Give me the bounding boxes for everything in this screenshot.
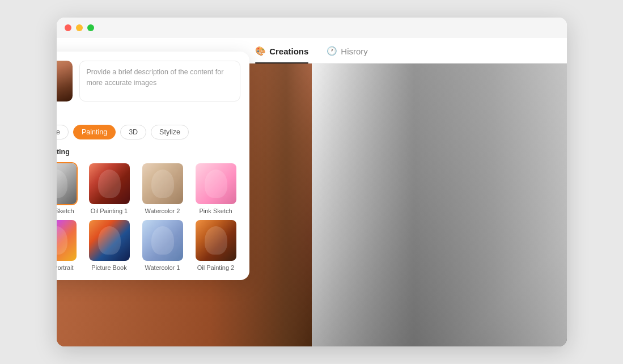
style-thumb-oil-painting-2 xyxy=(194,219,238,262)
floating-panel: Provide a brief description of the conte… xyxy=(57,64,249,280)
input-row: Provide a brief description of the conte… xyxy=(57,64,240,101)
style-thumb-watercolor-1 xyxy=(141,219,184,262)
style-item-fluid-portrait[interactable]: Fluid Portrait xyxy=(57,219,80,271)
minimize-button[interactable] xyxy=(76,24,83,31)
style-name-fluid-portrait: Fluid Portrait xyxy=(57,264,74,271)
history-label: Hisrory xyxy=(341,46,368,56)
close-button[interactable] xyxy=(65,24,71,31)
style-section-label: Style xyxy=(57,111,240,119)
description-placeholder: Provide a brief description of the conte… xyxy=(87,67,233,88)
style-tabs: Anime Painting 3D Stylize xyxy=(57,125,240,139)
titlebar xyxy=(57,18,567,38)
painting-label: Painting xyxy=(57,148,70,156)
thumb-mono-sketch xyxy=(57,163,77,204)
preview-face xyxy=(57,64,73,101)
thumb-oil-painting-1 xyxy=(89,163,130,204)
creations-label: Creations xyxy=(269,46,308,56)
style-item-watercolor-1[interactable]: Watercolor 1 xyxy=(138,219,187,271)
history-icon: 🕐 xyxy=(327,46,337,56)
style-thumb-pink-sketch xyxy=(194,162,238,205)
thumb-fluid-portrait xyxy=(57,220,77,261)
thumb-watercolor-2 xyxy=(142,163,183,204)
style-thumb-picture-book xyxy=(88,219,131,262)
style-name-oil-painting-1: Oil Painting 1 xyxy=(91,208,128,214)
browser-window: 🎨 Creations 🕐 Hisrory xyxy=(57,18,567,346)
style-name-watercolor-1: Watercolor 1 xyxy=(145,264,180,271)
painting-subheader: ✦ Painting xyxy=(57,147,240,156)
style-item-oil-painting-2[interactable]: Oil Painting 2 xyxy=(192,219,240,271)
tab-history[interactable]: 🕐 Hisrory xyxy=(327,46,368,63)
style-item-mono-sketch[interactable]: Mono Sketch xyxy=(57,162,80,214)
style-thumb-oil-painting-1 xyxy=(88,162,131,205)
style-name-picture-book: Picture Book xyxy=(91,264,126,271)
style-grid: Mono Sketch Oil Painting 1 xyxy=(57,162,240,271)
tab-anime[interactable]: Anime xyxy=(57,125,69,139)
tab-3d[interactable]: 3D xyxy=(120,125,146,139)
style-thumb-mono-sketch xyxy=(57,162,78,205)
style-thumb-fluid-portrait xyxy=(57,219,78,262)
style-thumb-watercolor-2 xyxy=(141,162,184,205)
style-name-mono-sketch: Mono Sketch xyxy=(57,208,74,214)
style-item-pink-sketch[interactable]: Pink Sketch xyxy=(192,162,240,214)
creations-icon: 🎨 xyxy=(255,46,266,56)
style-name-watercolor-2: Watercolor 2 xyxy=(145,208,180,214)
style-name-oil-painting-2: Oil Painting 2 xyxy=(197,264,234,271)
maximize-button[interactable] xyxy=(87,24,94,31)
style-item-watercolor-2[interactable]: Watercolor 2 xyxy=(138,162,187,214)
browser-content: 🎨 Creations 🕐 Hisrory xyxy=(57,38,567,346)
style-name-pink-sketch: Pink Sketch xyxy=(199,208,232,214)
style-item-oil-painting-1[interactable]: Oil Painting 1 xyxy=(85,162,134,214)
thumb-pink-sketch xyxy=(196,163,236,204)
main-area: Provide a brief description of the conte… xyxy=(57,64,567,346)
tab-stylize[interactable]: Stylize xyxy=(151,125,189,139)
thumb-watercolor-1 xyxy=(142,220,183,261)
tab-creations[interactable]: 🎨 Creations xyxy=(255,46,308,63)
style-item-picture-book[interactable]: Picture Book xyxy=(85,219,134,271)
description-input[interactable]: Provide a brief description of the conte… xyxy=(79,64,240,101)
tab-painting[interactable]: Painting xyxy=(73,125,116,139)
image-preview[interactable] xyxy=(57,64,73,101)
thumb-oil-painting-2 xyxy=(196,220,236,261)
thumb-picture-book xyxy=(89,220,130,261)
